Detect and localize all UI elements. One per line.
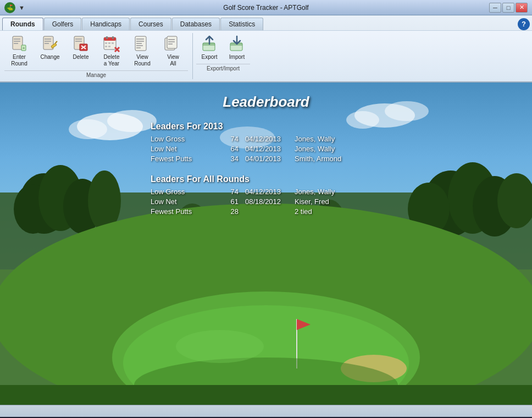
name-low-gross-2013: Jones, Wally xyxy=(295,135,381,143)
category-putts-2013: Fewest Putts xyxy=(151,155,217,163)
svg-rect-21 xyxy=(105,42,107,44)
svg-text:+: + xyxy=(23,46,25,51)
svg-rect-2 xyxy=(14,41,20,42)
svg-rect-38 xyxy=(168,43,173,45)
enter-round-label: EnterRound xyxy=(11,54,27,67)
svg-line-10 xyxy=(56,41,57,43)
table-row: Low Gross 74 04/12/2013 Jones, Wally xyxy=(151,135,381,143)
ribbon: Rounds Golfers Handicaps Courses Databas… xyxy=(0,15,532,82)
score-putts-all: 28 xyxy=(217,207,239,216)
score-putts-2013: 34 xyxy=(217,155,239,163)
svg-rect-19 xyxy=(106,36,108,39)
name-putts-all: 2 tied xyxy=(295,207,381,216)
delete-year-icon xyxy=(103,35,120,53)
view-all-label: ViewAll xyxy=(167,54,179,67)
category-low-gross-2013: Low Gross xyxy=(151,135,217,143)
change-icon xyxy=(41,35,59,53)
toolbar: + EnterRound xyxy=(0,30,532,81)
svg-rect-9 xyxy=(45,43,49,44)
svg-rect-1 xyxy=(14,38,20,40)
export-button[interactable]: Export xyxy=(196,33,223,63)
manage-group: + EnterRound xyxy=(4,33,193,79)
view-round-button[interactable]: ViewRound xyxy=(128,33,157,69)
name-low-net-all: Kiser, Fred xyxy=(295,197,381,206)
svg-rect-7 xyxy=(45,38,51,40)
export-import-group: Export Import Export/Import xyxy=(196,33,254,79)
tab-databases[interactable]: Databases xyxy=(172,18,220,30)
svg-rect-22 xyxy=(108,42,110,44)
name-putts-2013: Smith, Armond xyxy=(295,155,381,163)
view-all-button[interactable]: ViewAll xyxy=(158,33,188,69)
change-button[interactable]: Change xyxy=(35,33,65,69)
delete-year-button[interactable]: Deletea Year xyxy=(97,33,126,69)
help-button[interactable]: ? xyxy=(518,18,530,30)
tab-golfers[interactable]: Golfers xyxy=(44,18,82,30)
view-round-label: ViewRound xyxy=(134,54,150,67)
svg-rect-31 xyxy=(136,43,142,44)
export-icon xyxy=(201,35,218,53)
svg-rect-32 xyxy=(136,45,143,46)
import-button[interactable]: Import xyxy=(224,33,250,63)
name-low-gross-all: Jones, Wally xyxy=(295,188,381,196)
score-low-gross-all: 74 xyxy=(217,188,239,196)
date-low-net-2013: 04/12/2013 xyxy=(245,145,295,153)
tab-handicaps[interactable]: Handicaps xyxy=(82,18,130,30)
svg-rect-3 xyxy=(14,43,18,44)
svg-rect-33 xyxy=(136,47,141,48)
date-low-net-all: 08/18/2012 xyxy=(245,197,295,206)
svg-rect-12 xyxy=(75,38,82,40)
change-label: Change xyxy=(40,54,59,61)
leaderboard-title: Leaderboard xyxy=(223,94,309,111)
svg-rect-36 xyxy=(168,39,175,40)
name-low-net-2013: Jones, Wally xyxy=(295,145,381,153)
delete-label: Delete xyxy=(73,54,89,61)
close-button[interactable]: ✕ xyxy=(516,3,528,13)
svg-rect-8 xyxy=(45,41,51,42)
leaders-section-all: Leaders For All Rounds Low Gross 74 04/1… xyxy=(151,174,381,217)
delete-icon xyxy=(72,35,90,53)
svg-rect-24 xyxy=(105,46,107,47)
svg-rect-29 xyxy=(136,38,144,40)
svg-rect-13 xyxy=(75,41,82,42)
view-all-icon xyxy=(164,35,182,53)
date-low-gross-all: 04/12/2013 xyxy=(245,188,295,196)
score-low-gross-2013: 74 xyxy=(217,135,239,143)
category-low-gross-all: Low Gross xyxy=(151,188,217,196)
tab-statistics[interactable]: Statistics xyxy=(220,18,263,30)
svg-rect-23 xyxy=(112,42,114,44)
enter-round-button[interactable]: + EnterRound xyxy=(4,33,34,69)
svg-rect-37 xyxy=(168,41,175,42)
export-label: Export xyxy=(202,54,218,61)
quick-access: ▼ xyxy=(19,4,25,11)
table-row: Low Net 61 08/18/2012 Kiser, Fred xyxy=(151,197,381,206)
tab-row: Rounds Golfers Handicaps Courses Databas… xyxy=(0,15,532,30)
category-low-net-2013: Low Net xyxy=(151,145,217,153)
table-row: Low Net 64 04/12/2013 Jones, Wally xyxy=(151,145,381,153)
minimize-button[interactable]: ─ xyxy=(489,3,501,13)
tab-rounds[interactable]: Rounds xyxy=(2,18,43,30)
window-title: Golf Score Tracker - APTGolf xyxy=(0,4,532,12)
date-low-gross-2013: 04/12/2013 xyxy=(245,135,295,143)
leaderboard-overlay: Leaderboard Leaders For 2013 Low Gross 7… xyxy=(0,82,532,405)
title-bar: ⛳ ▼ Golf Score Tracker - APTGolf ─ □ ✕ xyxy=(0,0,532,15)
view-round-icon xyxy=(134,35,151,53)
manage-label: Manage xyxy=(4,70,188,79)
import-icon xyxy=(228,35,246,53)
date-putts-2013: 04/01/2013 xyxy=(245,155,295,163)
table-row: Fewest Putts 28 2 tied xyxy=(151,207,381,216)
score-low-net-2013: 64 xyxy=(217,145,239,153)
tab-courses[interactable]: Courses xyxy=(130,18,171,30)
svg-rect-25 xyxy=(108,46,110,47)
svg-rect-18 xyxy=(104,37,116,41)
app-icon: ⛳ xyxy=(4,2,15,13)
section-2013-title: Leaders For 2013 xyxy=(151,122,381,131)
maximize-button[interactable]: □ xyxy=(502,3,514,13)
table-row: Fewest Putts 34 04/01/2013 Smith, Armond xyxy=(151,155,381,163)
delete-button[interactable]: Delete xyxy=(66,33,96,69)
main-content: Leaderboard Leaders For 2013 Low Gross 7… xyxy=(0,82,532,405)
delete-year-label: Deletea Year xyxy=(104,54,120,67)
category-putts-all: Fewest Putts xyxy=(151,207,217,216)
enter-round-icon: + xyxy=(10,35,28,53)
table-row: Low Gross 74 04/12/2013 Jones, Wally xyxy=(151,188,381,196)
import-label: Import xyxy=(229,54,245,61)
